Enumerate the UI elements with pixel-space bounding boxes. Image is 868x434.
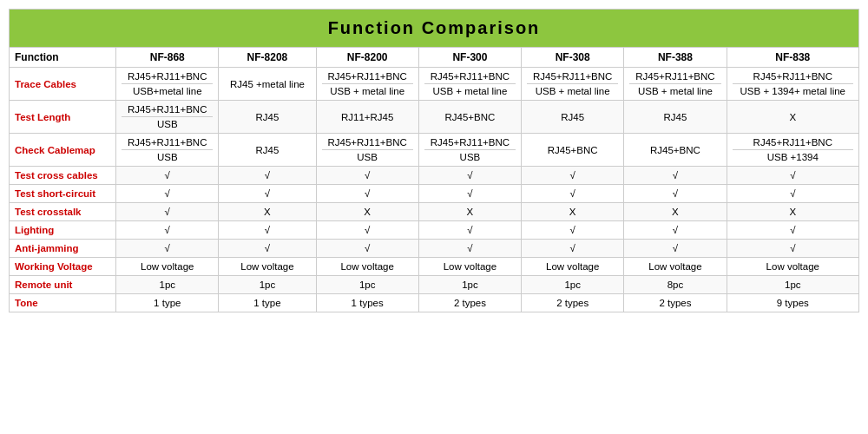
cell-value: √: [316, 167, 418, 185]
cell-value: RJ45+BNC: [522, 134, 624, 167]
cell-value: √: [624, 167, 727, 185]
cell-value: 1pc: [316, 276, 418, 294]
cell-value: √: [624, 221, 727, 240]
cell-value: √: [522, 221, 624, 240]
cell-value: 1pc: [522, 276, 624, 294]
cell-value: √: [116, 167, 219, 185]
cell-value: √: [219, 221, 316, 240]
cell-value: 2 types: [522, 294, 624, 312]
function-label: Check Cablemap: [10, 134, 116, 167]
table-row: Tone1 type1 type1 types2 types2 types2 t…: [10, 294, 859, 312]
function-label: Anti-jamming: [10, 240, 116, 258]
cell-value: √: [418, 185, 521, 203]
page-wrapper: Function Comparison Function NF-868 NF-8…: [0, 0, 868, 321]
cell-value: 8pc: [624, 276, 727, 294]
table-row: Test crosstalk√XXXXXX: [10, 203, 859, 221]
cell-value: RJ45+RJ11+BNCUSB + metal line: [418, 68, 521, 101]
col-header-5: NF-388: [624, 48, 727, 68]
col-header-3: NF-300: [418, 48, 521, 68]
cell-value: 1 type: [219, 294, 316, 312]
cell-value: Low voltage: [522, 258, 624, 276]
cell-value: RJ45+BNC: [418, 101, 521, 134]
cell-value: RJ45: [219, 101, 316, 134]
column-header-row: Function NF-868 NF-8208 NF-8200 NF-300 N…: [10, 48, 859, 68]
cell-value: 2 types: [418, 294, 521, 312]
table-row: Test LengthRJ45+RJ11+BNCUSBRJ45RJ11+RJ45…: [10, 101, 859, 134]
function-label: Tone: [10, 294, 116, 312]
cell-value: Low voltage: [116, 258, 219, 276]
cell-value: RJ45: [522, 101, 624, 134]
cell-value: √: [316, 221, 418, 240]
cell-value: RJ45+RJ11+BNCUSB+metal line: [116, 68, 219, 101]
cell-value: 1 types: [316, 294, 418, 312]
cell-value: √: [522, 240, 624, 258]
cell-value: RJ45+RJ11+BNCUSB: [418, 134, 521, 167]
cell-value: √: [219, 185, 316, 203]
cell-value: RJ45+RJ11+BNCUSB + metal line: [316, 68, 418, 101]
cell-value: Low voltage: [219, 258, 316, 276]
cell-value: 2 types: [624, 294, 727, 312]
table-row: Working VoltageLow voltageLow voltageLow…: [10, 258, 859, 276]
cell-value: √: [418, 240, 521, 258]
cell-value: RJ45+RJ11+BNCUSB + 1394+ metal line: [727, 68, 858, 101]
table-row: Anti-jamming√√√√√√√: [10, 240, 859, 258]
cell-value: X: [219, 203, 316, 221]
function-label: Test crosstalk: [10, 203, 116, 221]
cell-value: RJ45+RJ11+BNCUSB + metal line: [624, 68, 727, 101]
cell-value: RJ45+RJ11+BNCUSB: [116, 134, 219, 167]
function-label: Lighting: [10, 221, 116, 240]
cell-value: Low voltage: [727, 258, 858, 276]
table-row: Check CablemapRJ45+RJ11+BNCUSBRJ45RJ45+R…: [10, 134, 859, 167]
cell-value: X: [522, 203, 624, 221]
cell-value: 1pc: [727, 276, 858, 294]
col-header-0: NF-868: [116, 48, 219, 68]
table-row: Lighting√√√√√√√: [10, 221, 859, 240]
cell-value: √: [116, 203, 219, 221]
cell-value: X: [727, 101, 858, 134]
function-label: Test short-circuit: [10, 185, 116, 203]
cell-value: RJ45 +metal line: [219, 68, 316, 101]
cell-value: X: [316, 203, 418, 221]
col-header-4: NF-308: [522, 48, 624, 68]
cell-value: Low voltage: [316, 258, 418, 276]
cell-value: √: [219, 240, 316, 258]
cell-value: √: [219, 167, 316, 185]
table-row: Remote unit1pc1pc1pc1pc1pc8pc1pc: [10, 276, 859, 294]
col-header-2: NF-8200: [316, 48, 418, 68]
cell-value: √: [727, 221, 858, 240]
function-label: Remote unit: [10, 276, 116, 294]
cell-value: √: [624, 240, 727, 258]
table-row: Test short-circuit√√√√√√√: [10, 185, 859, 203]
cell-value: 1pc: [418, 276, 521, 294]
cell-value: 1pc: [219, 276, 316, 294]
col-header-function: Function: [10, 48, 116, 68]
cell-value: √: [522, 167, 624, 185]
cell-value: RJ45+RJ11+BNCUSB +1394: [727, 134, 858, 167]
cell-value: 9 types: [727, 294, 858, 312]
cell-value: √: [418, 167, 521, 185]
function-label: Working Voltage: [10, 258, 116, 276]
cell-value: 1 type: [116, 294, 219, 312]
cell-value: RJ45: [219, 134, 316, 167]
col-header-6: NF-838: [727, 48, 858, 68]
cell-value: RJ45: [624, 101, 727, 134]
cell-value: √: [727, 240, 858, 258]
cell-value: RJ45+RJ11+BNCUSB: [316, 134, 418, 167]
cell-value: Low voltage: [624, 258, 727, 276]
function-label: Test Length: [10, 101, 116, 134]
table-row: Test cross cables√√√√√√√: [10, 167, 859, 185]
function-label: Trace Cables: [10, 68, 116, 101]
function-label: Test cross cables: [10, 167, 116, 185]
cell-value: √: [624, 185, 727, 203]
cell-value: RJ45+RJ11+BNCUSB: [116, 101, 219, 134]
cell-value: RJ45+BNC: [624, 134, 727, 167]
cell-value: X: [624, 203, 727, 221]
cell-value: √: [727, 167, 858, 185]
cell-value: X: [418, 203, 521, 221]
page-title: Function Comparison: [10, 18, 858, 38]
cell-value: √: [116, 221, 219, 240]
cell-value: √: [116, 185, 219, 203]
cell-value: RJ45+RJ11+BNCUSB + metal line: [522, 68, 624, 101]
cell-value: RJ11+RJ45: [316, 101, 418, 134]
table-body: Trace CablesRJ45+RJ11+BNCUSB+metal lineR…: [10, 68, 859, 312]
